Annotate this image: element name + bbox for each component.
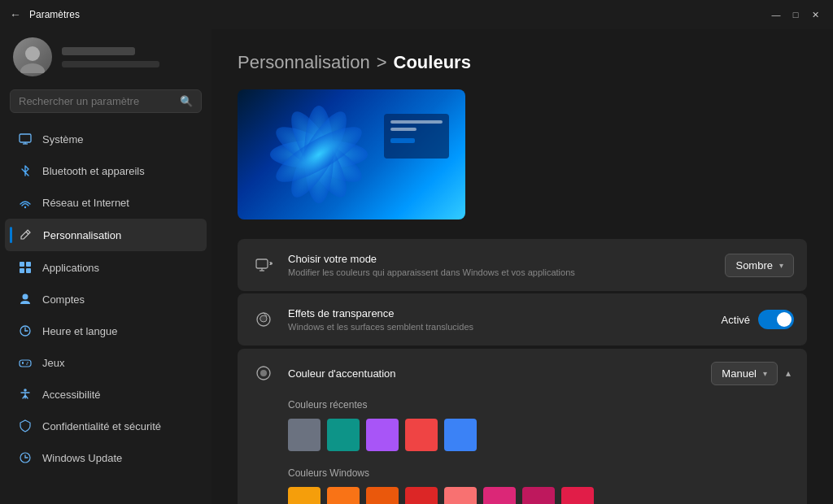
mode-dropdown[interactable]: Sombre ▾ <box>725 254 794 277</box>
windows-color-1[interactable] <box>327 487 360 504</box>
breadcrumb-parent[interactable]: Personnalisation <box>238 52 370 73</box>
recent-color-2[interactable] <box>366 419 399 451</box>
accent-icon <box>251 360 277 386</box>
windows-color-0[interactable] <box>288 487 321 504</box>
preview-image <box>238 89 465 219</box>
svg-rect-10 <box>26 268 31 273</box>
search-icon: 🔍 <box>180 95 193 107</box>
profile-name <box>62 47 135 55</box>
accent-section: Couleur d'accentuation Manuel ▾ ▴ Couleu… <box>238 349 807 504</box>
applications-label: Applications <box>42 262 99 274</box>
reseau-label: Réseau et Internet <box>42 197 129 209</box>
windows-color-2[interactable] <box>366 487 399 504</box>
chevron-up-icon[interactable]: ▴ <box>783 364 794 382</box>
settings-section: Choisir votre mode Modifier les couleurs… <box>238 239 807 345</box>
sidebar-item-windows-update[interactable]: Windows Update <box>5 442 207 473</box>
svg-rect-7 <box>20 262 24 267</box>
close-button[interactable]: ✕ <box>807 10 823 20</box>
svg-point-20 <box>26 363 28 365</box>
user-icon <box>18 292 33 306</box>
svg-point-11 <box>23 294 28 300</box>
windows-bloom <box>246 98 392 211</box>
windows-color-4[interactable] <box>444 487 477 504</box>
sidebar-item-reseau[interactable]: Réseau et Internet <box>5 187 207 218</box>
windows-color-5[interactable] <box>483 487 516 504</box>
svg-rect-9 <box>20 268 24 273</box>
avatar-image <box>13 37 52 76</box>
mode-control: Sombre ▾ <box>725 254 794 277</box>
user-profile[interactable] <box>0 29 212 89</box>
recent-color-1[interactable] <box>327 419 360 451</box>
clock-icon <box>18 324 33 338</box>
recent-color-4[interactable] <box>444 419 477 451</box>
svg-point-19 <box>27 362 28 363</box>
title-bar-controls: — □ ✕ <box>768 10 823 20</box>
svg-point-34 <box>260 370 267 376</box>
accent-dropdown-value: Manuel <box>722 367 757 380</box>
transparence-control: Activé <box>722 310 794 329</box>
brush-icon <box>19 228 33 242</box>
chevron-down-icon: ▾ <box>779 261 783 270</box>
svg-rect-8 <box>26 262 31 267</box>
toggle-knob <box>777 312 792 327</box>
recent-color-0[interactable] <box>288 419 321 451</box>
svg-rect-15 <box>20 360 31 367</box>
profile-email <box>62 61 159 67</box>
active-indicator <box>10 227 12 243</box>
sidebar-item-bluetooth[interactable]: Bluetooth et appareils <box>5 155 207 186</box>
windows-colors-swatches <box>288 487 794 504</box>
games-icon <box>18 355 33 370</box>
bluetooth-icon <box>18 163 33 178</box>
accent-content: Couleurs récentes Couleurs Windows <box>251 399 794 504</box>
windows-color-7[interactable] <box>561 487 594 504</box>
search-input[interactable] <box>19 95 173 107</box>
nav-menu: Système Bluetooth et appareils Réseau et… <box>0 123 212 474</box>
card-button <box>390 138 415 143</box>
accent-control: Manuel ▾ ▴ <box>711 362 794 385</box>
breadcrumb-current: Couleurs <box>394 52 471 73</box>
sidebar-item-confidentialite[interactable]: Confidentialité et sécurité <box>5 411 207 441</box>
sidebar-item-personnalisation[interactable]: Personnalisation <box>5 219 207 251</box>
windows-color-3[interactable] <box>405 487 438 504</box>
sidebar-item-applications[interactable]: Applications <box>5 252 207 283</box>
mode-desc: Modifier les couleurs qui apparaissent d… <box>288 267 725 277</box>
back-icon[interactable]: ← <box>10 8 21 21</box>
minimize-button[interactable]: — <box>768 10 784 20</box>
svg-rect-2 <box>20 134 31 142</box>
transparence-title: Effets de transparence <box>288 307 722 319</box>
avatar <box>13 37 52 76</box>
heure-label: Heure et langue <box>42 325 118 337</box>
transparence-toggle[interactable] <box>758 310 794 329</box>
card-line-2 <box>390 128 416 131</box>
transparence-desc: Windows et les surfaces semblent translu… <box>288 322 722 332</box>
sidebar-item-systeme[interactable]: Système <box>5 124 207 154</box>
sidebar-item-comptes[interactable]: Comptes <box>5 284 207 315</box>
transparence-info: Effets de transparence Windows et les su… <box>288 307 722 332</box>
network-icon <box>18 195 33 210</box>
accent-header: Couleur d'accentuation Manuel ▾ ▴ <box>251 360 794 386</box>
accent-dropdown[interactable]: Manuel ▾ <box>711 362 778 385</box>
svg-point-21 <box>24 389 27 392</box>
accessibilite-label: Accessibilité <box>42 389 101 401</box>
recent-color-3[interactable] <box>405 419 438 451</box>
windows-color-6[interactable] <box>522 487 555 504</box>
profile-info <box>62 47 159 67</box>
window-title: Paramètres <box>29 9 80 20</box>
chevron-down-icon-accent: ▾ <box>763 369 767 378</box>
content-area: Personnalisation > Couleurs <box>212 29 833 504</box>
sidebar-item-heure[interactable]: Heure et langue <box>5 315 207 346</box>
privacy-icon <box>18 419 33 433</box>
sidebar-item-accessibilite[interactable]: Accessibilité <box>5 379 207 410</box>
maximize-button[interactable]: □ <box>787 10 804 20</box>
search-box[interactable]: 🔍 <box>10 89 202 113</box>
preview-card <box>384 114 449 159</box>
system-icon <box>18 132 33 146</box>
breadcrumb-separator: > <box>377 52 387 73</box>
apps-icon <box>18 260 33 275</box>
title-bar-left: ← Paramètres <box>10 8 80 21</box>
sidebar-item-jeux[interactable]: Jeux <box>5 347 207 378</box>
comptes-label: Comptes <box>42 293 85 306</box>
windows-colors-label: Couleurs Windows <box>288 467 794 479</box>
svg-point-1 <box>20 63 45 73</box>
sidebar: 🔍 Système Bluetooth et appareils R <box>0 29 212 504</box>
